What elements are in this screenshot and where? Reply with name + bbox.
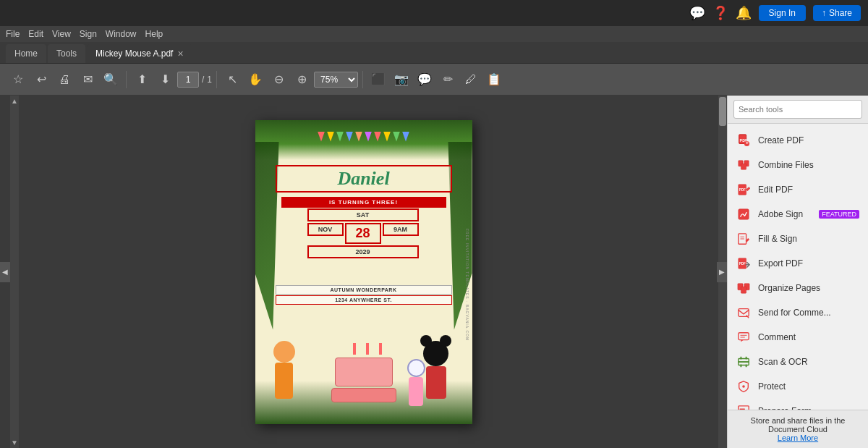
svg-rect-27 bbox=[746, 357, 747, 360]
sign-icon bbox=[736, 207, 751, 221]
menu-window[interactable]: Window bbox=[106, 29, 137, 39]
goofy-character bbox=[266, 341, 302, 406]
menu-help[interactable]: Help bbox=[145, 29, 163, 39]
print-button[interactable]: 🖨 bbox=[54, 69, 75, 90]
tab-bar: Home Tools Mickey Mouse A.pdf × bbox=[0, 42, 868, 64]
create-pdf-icon: PDF + bbox=[736, 133, 751, 148]
pdf-name: Daniel bbox=[281, 168, 446, 190]
cake bbox=[335, 358, 393, 402]
top-bar: 💬 ❓ 🔔 Sign In ↑ Share bbox=[0, 0, 868, 26]
tool-organize-pages[interactable]: Organize Pages bbox=[728, 276, 868, 300]
month-cell: NOV bbox=[307, 223, 344, 236]
notification-icon[interactable]: 🔔 bbox=[736, 5, 752, 21]
toolbar-sep-1 bbox=[126, 71, 127, 88]
page-separator: / bbox=[202, 75, 204, 85]
zoom-in-button[interactable]: ⊕ bbox=[291, 69, 312, 90]
share-button[interactable]: ↑ Share bbox=[813, 5, 861, 21]
snapshot-button[interactable]: 📷 bbox=[391, 69, 412, 90]
venue-address: 1234 ANYWHERE ST. bbox=[276, 295, 452, 305]
tab-pdf[interactable]: Mickey Mouse A.pdf × bbox=[87, 44, 192, 63]
subtitle-box: IS TURNING THREE! bbox=[281, 197, 446, 208]
year-cell: 2029 bbox=[307, 245, 419, 258]
tool-send-comment[interactable]: Send for Comme... bbox=[728, 300, 868, 325]
stamp-button[interactable]: 📋 bbox=[483, 69, 505, 90]
toolbar-sep-2 bbox=[216, 71, 217, 88]
menu-edit[interactable]: Edit bbox=[28, 29, 43, 39]
bookmark-button[interactable]: ☆ bbox=[7, 69, 29, 90]
comment-icon bbox=[736, 330, 751, 345]
tool-export-pdf[interactable]: PDF Export PDF bbox=[728, 251, 868, 276]
tab-home[interactable]: Home bbox=[6, 44, 46, 63]
scan-icon bbox=[736, 355, 751, 369]
hand-tool-button[interactable]: ✋ bbox=[244, 69, 266, 90]
sign-in-button[interactable]: Sign In bbox=[759, 5, 806, 21]
menu-bar: File Edit View Sign Window Help bbox=[0, 26, 868, 42]
svg-text:PDF: PDF bbox=[739, 262, 746, 266]
chat-icon[interactable]: 💬 bbox=[689, 5, 705, 21]
menu-file[interactable]: File bbox=[6, 29, 20, 39]
left-collapse-arrow[interactable]: ◀ bbox=[0, 262, 10, 282]
watermark-text: FREE INVITATION TEMPLATES · BAGVANIA.COM bbox=[465, 229, 469, 341]
tool-combine-files[interactable]: Combine Files bbox=[728, 153, 868, 177]
scroll-up-arrow[interactable]: ▲ bbox=[11, 97, 18, 105]
time-cell: 9AM bbox=[383, 223, 419, 236]
right-collapse-arrow[interactable]: ▶ bbox=[717, 262, 727, 282]
tool-scan-ocr[interactable]: Scan & OCR bbox=[728, 350, 868, 374]
page-nav: / 1 bbox=[177, 72, 212, 88]
tool-edit-pdf[interactable]: PDF Edit PDF bbox=[728, 177, 868, 202]
crop-button[interactable]: ⬛ bbox=[367, 69, 389, 90]
menu-sign[interactable]: Sign bbox=[80, 29, 97, 39]
help-icon[interactable]: ❓ bbox=[712, 5, 728, 21]
svg-rect-7 bbox=[741, 164, 746, 169]
svg-text:+: + bbox=[746, 140, 749, 146]
search-tools-input[interactable] bbox=[733, 100, 862, 119]
page-number-input[interactable] bbox=[177, 72, 199, 88]
search-button[interactable]: 🔍 bbox=[100, 69, 122, 90]
tool-fill-sign[interactable]: Fill & Sign bbox=[728, 227, 868, 251]
svg-rect-28 bbox=[741, 365, 742, 368]
day-number-cell: 28 bbox=[345, 223, 381, 244]
tab-close-icon[interactable]: × bbox=[177, 48, 183, 59]
draw-button[interactable]: ✏ bbox=[437, 69, 459, 90]
share-icon: ↑ bbox=[822, 8, 826, 18]
export-pdf-icon: PDF bbox=[736, 256, 751, 271]
top-bar-right: 💬 ❓ 🔔 Sign In ↑ Share bbox=[689, 5, 861, 21]
toolbar-sep-3 bbox=[362, 71, 363, 88]
svg-text:PDF: PDF bbox=[739, 188, 746, 192]
email-button[interactable]: ✉ bbox=[77, 69, 98, 90]
venue-name: AUTUMN WONDERPARK bbox=[276, 285, 452, 295]
tool-create-pdf[interactable]: PDF + Create PDF bbox=[728, 128, 868, 153]
fill-sign-icon bbox=[736, 232, 751, 246]
pdf-subtitle: IS TURNING THREE! bbox=[284, 199, 444, 206]
search-tools-bar bbox=[728, 96, 868, 124]
zoom-select[interactable]: 50% 75% 100% 125% 150% bbox=[314, 72, 358, 88]
tools-list: PDF + Create PDF Combine Files bbox=[728, 124, 868, 410]
tool-prepare-form[interactable]: Prepare Form bbox=[728, 399, 868, 410]
send-icon bbox=[736, 305, 751, 320]
date-grid: SAT NOV 28 9AM 2029 bbox=[307, 208, 420, 258]
tab-tools[interactable]: Tools bbox=[48, 44, 85, 63]
learn-more-link[interactable]: Learn More bbox=[735, 434, 861, 442]
back-button[interactable]: ↩ bbox=[30, 69, 52, 90]
prev-page-button[interactable]: ⬆ bbox=[131, 69, 153, 90]
left-scrollbar: ▲ ▼ bbox=[10, 96, 19, 448]
characters-area bbox=[255, 305, 472, 424]
next-page-button[interactable]: ⬇ bbox=[154, 69, 176, 90]
menu-view[interactable]: View bbox=[52, 29, 71, 39]
bunting bbox=[270, 127, 458, 142]
panel-footer: Store and share files in the Document Cl… bbox=[728, 410, 868, 448]
pdf-viewer: ◀ ▲ ▼ ▶ bbox=[0, 96, 727, 448]
venue-area: AUTUMN WONDERPARK 1234 ANYWHERE ST. bbox=[276, 285, 452, 305]
tool-adobe-sign[interactable]: Adobe Sign FEATURED bbox=[728, 202, 868, 227]
tool-protect[interactable]: Protect bbox=[728, 374, 868, 399]
zoom-out-button[interactable]: ⊖ bbox=[268, 69, 289, 90]
highlight-button[interactable]: 🖊 bbox=[460, 69, 482, 90]
scroll-down-arrow[interactable]: ▼ bbox=[11, 439, 18, 447]
svg-rect-26 bbox=[741, 357, 742, 360]
form-icon bbox=[736, 404, 751, 410]
comment-button[interactable]: 💬 bbox=[414, 69, 435, 90]
combine-icon bbox=[736, 158, 751, 172]
svg-rect-21 bbox=[739, 333, 749, 340]
tool-comment[interactable]: Comment bbox=[728, 325, 868, 350]
select-tool-button[interactable]: ↖ bbox=[221, 69, 243, 90]
